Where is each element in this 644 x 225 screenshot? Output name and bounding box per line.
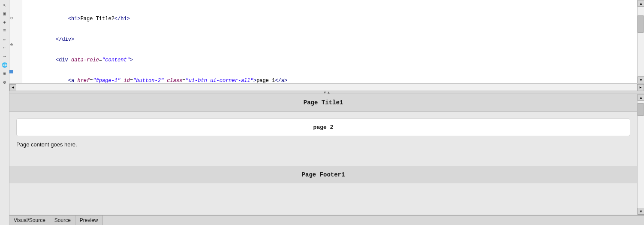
scroll-track[interactable] xyxy=(638,7,644,76)
splitter[interactable]: ▼ ▲ xyxy=(9,91,644,94)
left-toolbar: ↖ ▣ ◈ ≡ ✏ ← → 🌐 ⊞ ⚙ xyxy=(0,0,9,225)
preview-content-area: page 2 Page content goes here. xyxy=(9,112,637,153)
code-line: <h1>Page Title2</h1> xyxy=(25,15,635,22)
gutter-row xyxy=(9,75,22,82)
source-tab[interactable]: Source xyxy=(50,216,75,225)
scroll-right-button[interactable]: ► xyxy=(637,84,644,91)
preview-page-header: Page Title1 xyxy=(9,94,637,112)
arrow-left-icon[interactable]: ← xyxy=(1,44,9,52)
format-icon[interactable]: ≡ xyxy=(1,27,9,34)
gutter-row xyxy=(9,55,22,62)
gutter-row xyxy=(9,22,22,29)
code-line: <div data-role="content"> xyxy=(25,57,635,64)
arrow-right-icon[interactable]: → xyxy=(1,52,9,60)
preview-page-title: Page Title1 xyxy=(304,99,343,106)
cursor-icon[interactable]: ↖ xyxy=(1,1,9,9)
code-content[interactable]: <h1>Page Title2</h1> </div> <div data-ro… xyxy=(22,0,637,83)
scroll-up-button[interactable]: ▲ xyxy=(638,0,644,7)
paint-icon[interactable]: ✏ xyxy=(1,35,9,43)
gutter-row xyxy=(9,62,22,69)
tab-bar: Visual/Source Source Preview xyxy=(9,215,644,225)
gutter-row xyxy=(9,2,22,9)
line-gutter: ⊖ ⊖ xyxy=(9,0,22,83)
preview-content-text: Page content goes here. xyxy=(16,140,630,149)
preview-scroll-down[interactable]: ▼ xyxy=(638,208,644,215)
preview-scrollbar: ▲ ▼ xyxy=(637,94,644,215)
code-editor: ⊖ ⊖ <h1>Page Title2</h1> </div> xyxy=(9,0,644,84)
collapse-marker[interactable]: ⊖ xyxy=(10,15,13,22)
preview-row: Page Title1 page 2 Page content goes her… xyxy=(9,94,644,215)
right-panel: Page Title1 page 2 Page content goes her… xyxy=(9,94,644,225)
preview-button[interactable]: page 2 xyxy=(16,119,630,136)
settings-icon[interactable]: ⚙ xyxy=(1,78,9,86)
visual-preview: Page Title1 page 2 Page content goes her… xyxy=(9,94,637,215)
gutter-row xyxy=(9,28,22,35)
scroll-left-button[interactable]: ◄ xyxy=(9,84,16,91)
scroll-down-button[interactable]: ▼ xyxy=(638,76,644,83)
preview-scroll-track[interactable] xyxy=(638,101,644,208)
preview-footer-label: Page Footer1 xyxy=(302,171,345,178)
preview-scroll-up[interactable]: ▲ xyxy=(638,94,644,101)
gutter-row xyxy=(9,68,22,75)
gutter-row: ⊖ xyxy=(9,15,22,22)
preview-bottom-spacer xyxy=(9,183,637,205)
visual-source-tab[interactable]: Visual/Source xyxy=(9,216,50,225)
preview-scroll-thumb[interactable] xyxy=(638,103,644,116)
code-scrollbar: ▲ ▼ xyxy=(637,0,644,83)
gutter-row: ⊖ xyxy=(9,42,22,49)
code-line: <a href="#page-1" id="button-2" class="u… xyxy=(25,77,635,83)
scroll-thumb[interactable] xyxy=(638,15,644,33)
code-icon[interactable]: ◈ xyxy=(1,18,9,26)
horizontal-scrollbar: ◄ ► xyxy=(9,84,644,91)
preview-button-label: page 2 xyxy=(313,124,334,131)
main-panel: ⊖ ⊖ <h1>Page Title2</h1> </div> xyxy=(9,0,644,225)
gutter-row xyxy=(9,35,22,42)
gutter-row xyxy=(9,49,22,55)
globe-icon[interactable]: 🌐 xyxy=(1,61,9,69)
gutter-row xyxy=(9,9,22,15)
preview-page-footer: Page Footer1 xyxy=(9,166,637,183)
widget-icon[interactable]: ⊞ xyxy=(1,70,9,77)
hscroll-track[interactable] xyxy=(16,84,637,91)
code-line: </div> xyxy=(25,36,635,43)
collapse-marker[interactable]: ⊖ xyxy=(10,42,13,49)
select-icon[interactable]: ▣ xyxy=(1,9,9,17)
preview-tab[interactable]: Preview xyxy=(75,216,103,225)
